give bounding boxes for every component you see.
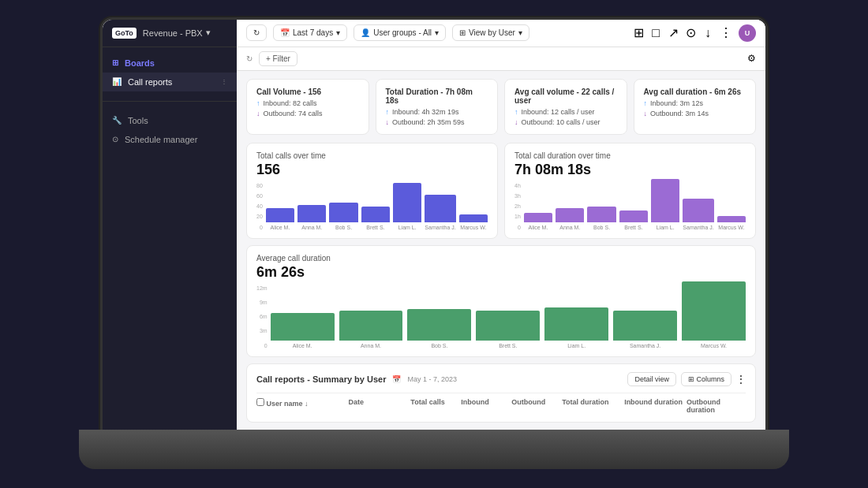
stat-total-duration-outbound-label: Outbound: 2h 35m 59s <box>392 118 465 126</box>
chart3-label: Average call duration <box>256 254 746 263</box>
inbound-arrow-icon-4: ↑ <box>644 99 648 107</box>
copy-icon[interactable]: ⊞ <box>633 28 644 39</box>
bar-label: Anna M. <box>301 225 322 230</box>
table-date-range: May 1 - 7, 2023 <box>407 375 457 383</box>
bar-group: Anna M. <box>339 311 403 348</box>
more-options-icon[interactable]: ⋮ <box>720 25 732 40</box>
bar-label: Liam L. <box>398 225 417 230</box>
sidebar-logo: GoTo Revenue - PBX ▾ <box>103 20 237 47</box>
call-reports-icon: 📊 <box>112 77 122 86</box>
bar-label: Marcus W. <box>701 343 727 348</box>
sidebar-boards-label: Boards <box>125 58 155 68</box>
view-label: View by User <box>469 28 515 37</box>
outbound-arrow-icon: ↓ <box>256 110 260 117</box>
user-groups-button[interactable]: 👤 User groups - All ▾ <box>354 24 446 41</box>
stat-avg-call-duration-outbound: ↓ Outbound: 3m 14s <box>644 110 746 117</box>
bar-group: Marcus W. <box>682 281 746 348</box>
workspace-name: Revenue - PBX <box>143 28 203 38</box>
stat-avg-call-volume-title: Avg call volume - 22 calls / user <box>514 88 617 105</box>
bar <box>613 311 677 341</box>
calendar-icon: 📅 <box>280 28 290 37</box>
bar-group: Liam L. <box>651 179 679 230</box>
outbound-arrow-icon-4: ↓ <box>644 110 648 117</box>
history-icon[interactable]: ⊙ <box>685 28 696 39</box>
chart1-bars: Alice M.Anna M.Bob S.Brett S.Liam L.Sama… <box>266 183 488 230</box>
bar-group: Brett S. <box>619 210 648 230</box>
external-link-icon[interactable]: ↗ <box>668 28 679 39</box>
filter-refresh-icon[interactable]: ↻ <box>246 54 253 63</box>
date-range-label: Last 7 days <box>293 28 333 37</box>
table-title: Call reports - Summary by User <box>256 374 386 384</box>
bar-label: Alice M. <box>529 225 548 230</box>
detail-view-button[interactable]: Detail view <box>627 372 676 386</box>
share-icon[interactable]: □ <box>650 28 661 39</box>
refresh-button[interactable]: ↻ <box>246 24 267 41</box>
bar-group: Brett S. <box>361 207 390 230</box>
bar <box>682 281 746 341</box>
col-username: User name ↓ <box>256 398 345 414</box>
bar-label: Samantha J. <box>683 225 713 230</box>
stat-call-volume-inbound-label: Inbound: 82 calls <box>264 99 317 107</box>
bar-group: Bob S. <box>587 207 615 230</box>
bar-group: Alice M. <box>266 208 294 230</box>
date-range-chevron: ▾ <box>336 28 340 37</box>
outbound-arrow-icon-2: ↓ <box>386 118 390 126</box>
stat-card-avg-call-volume: Avg call volume - 22 calls / user ↑ Inbo… <box>504 79 627 135</box>
stat-call-volume-inbound: ↑ Inbound: 82 calls <box>256 99 359 107</box>
filter-button[interactable]: + Filter <box>259 51 297 66</box>
view-button[interactable]: ⊞ View by User ▾ <box>452 24 529 41</box>
sidebar-item-call-reports[interactable]: 📊 Call reports ⋮ <box>103 73 237 91</box>
bar-label: Marcus W. <box>460 225 486 230</box>
chart1-label: Total calls over time <box>256 151 488 160</box>
bar-group: Anna M. <box>556 208 584 230</box>
sidebar-divider <box>103 101 237 102</box>
bar <box>407 309 471 341</box>
date-range-button[interactable]: 📅 Last 7 days ▾ <box>273 24 347 41</box>
chart3-y-axis: 12m 9m 6m 3m 0 <box>256 285 271 348</box>
bar <box>476 311 540 341</box>
col-outbound-duration: Outbound duration <box>687 398 746 414</box>
bar <box>619 210 648 222</box>
table-more-icon[interactable]: ⋮ <box>736 374 746 385</box>
sidebar-item-boards[interactable]: ⊞ Boards <box>103 54 237 73</box>
table-columns: User name ↓ Date Total calls Inbound Out… <box>256 393 746 414</box>
col-date: Date <box>348 398 407 414</box>
bar-group: Alice M. <box>524 213 552 230</box>
bar <box>556 208 584 222</box>
columns-button[interactable]: ⊞ Columns <box>681 372 731 386</box>
stat-total-duration-outbound: ↓ Outbound: 2h 35m 59s <box>386 118 488 126</box>
bar <box>393 183 421 222</box>
bar <box>266 208 294 222</box>
settings-icon[interactable]: ⚙ <box>747 53 756 64</box>
stat-avg-call-duration-title: Avg call duration - 6m 26s <box>644 88 746 96</box>
goto-logo-icon: GoTo <box>112 28 137 39</box>
stat-avg-call-duration-inbound-label: Inbound: 3m 12s <box>650 99 703 107</box>
col-outbound: Outbound <box>511 398 559 414</box>
view-icon: ⊞ <box>459 28 466 37</box>
bar <box>651 179 679 222</box>
bar-label: Anna M. <box>361 343 381 348</box>
bar-group: Samantha J. <box>613 311 677 348</box>
stat-call-volume-title: Call Volume - 156 <box>256 88 359 96</box>
topbar: ↻ 📅 Last 7 days ▾ 👤 User groups - All ▾ … <box>237 20 765 47</box>
main-content: ↻ 📅 Last 7 days ▾ 👤 User groups - All ▾ … <box>237 20 765 430</box>
stat-call-volume-outbound-label: Outbound: 74 calls <box>264 110 323 117</box>
laptop-base <box>79 430 789 469</box>
inbound-arrow-icon: ↑ <box>256 99 260 107</box>
sidebar-item-schedule-manager[interactable]: ⊙ Schedule manager <box>103 130 237 149</box>
stat-card-call-volume: Call Volume - 156 ↑ Inbound: 82 calls ↓ … <box>246 79 369 135</box>
bar <box>459 214 488 222</box>
chart2-bars: Alice M.Anna M.Bob S.Brett S.Liam L.Sama… <box>524 183 746 230</box>
select-all-checkbox[interactable] <box>256 398 264 406</box>
chart-avg-duration: Average call duration 6m 26s 12m 9m 6m 3… <box>246 245 756 357</box>
bar <box>425 195 455 222</box>
bar-label: Bob S. <box>431 343 447 348</box>
sidebar-item-tools[interactable]: 🔧 Tools <box>103 111 237 130</box>
user-groups-icon: 👤 <box>361 28 370 37</box>
workspace-selector[interactable]: Revenue - PBX ▾ <box>143 28 211 38</box>
download-icon[interactable]: ↓ <box>702 28 713 39</box>
bar-group: Liam L. <box>544 307 608 348</box>
bar-label: Brett S. <box>624 225 642 230</box>
bar-group: Alice M. <box>271 313 335 348</box>
bar-group: Marcus W. <box>717 216 746 230</box>
